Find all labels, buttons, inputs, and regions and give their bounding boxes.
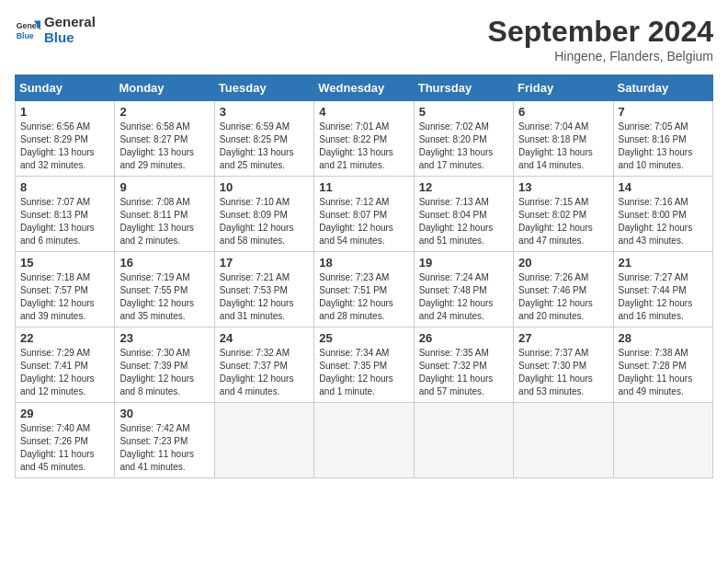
day-number: 19 — [419, 256, 508, 270]
day-info: Sunrise: 7:34 AM Sunset: 7:35 PM Dayligh… — [319, 347, 408, 398]
day-cell: 28Sunrise: 7:38 AM Sunset: 7:28 PM Dayli… — [613, 327, 712, 403]
day-number: 7 — [619, 105, 708, 119]
day-cell: 18Sunrise: 7:23 AM Sunset: 7:51 PM Dayli… — [314, 252, 414, 327]
day-info: Sunrise: 7:13 AM Sunset: 8:04 PM Dayligh… — [419, 196, 508, 247]
day-info: Sunrise: 6:58 AM Sunset: 8:27 PM Dayligh… — [119, 121, 209, 172]
day-info: Sunrise: 7:42 AM Sunset: 7:23 PM Dayligh… — [119, 422, 209, 474]
day-cell — [314, 403, 414, 478]
day-info: Sunrise: 7:38 AM Sunset: 7:28 PM Dayligh… — [619, 347, 708, 398]
logo-line2: Blue — [44, 30, 96, 46]
header-cell-saturday: Saturday — [613, 75, 712, 101]
day-cell: 24Sunrise: 7:32 AM Sunset: 7:37 PM Dayli… — [214, 327, 313, 403]
week-row-4: 22Sunrise: 7:29 AM Sunset: 7:41 PM Dayli… — [16, 327, 713, 403]
day-number: 23 — [119, 331, 209, 345]
week-row-5: 29Sunrise: 7:40 AM Sunset: 7:26 PM Dayli… — [16, 403, 713, 478]
day-number: 10 — [220, 180, 309, 194]
day-cell: 19Sunrise: 7:24 AM Sunset: 7:48 PM Dayli… — [414, 252, 513, 327]
day-number: 18 — [319, 256, 408, 270]
day-info: Sunrise: 7:04 AM Sunset: 8:18 PM Dayligh… — [518, 121, 608, 172]
day-number: 3 — [220, 105, 309, 119]
day-cell: 2Sunrise: 6:58 AM Sunset: 8:27 PM Daylig… — [115, 101, 214, 177]
day-cell — [214, 403, 313, 478]
day-cell: 20Sunrise: 7:26 AM Sunset: 7:46 PM Dayli… — [514, 252, 613, 327]
day-number: 21 — [619, 256, 708, 270]
header-cell-sunday: Sunday — [16, 75, 115, 101]
day-info: Sunrise: 7:32 AM Sunset: 7:37 PM Dayligh… — [220, 347, 309, 398]
day-info: Sunrise: 7:18 AM Sunset: 7:57 PM Dayligh… — [20, 271, 109, 323]
day-info: Sunrise: 7:21 AM Sunset: 7:53 PM Dayligh… — [220, 271, 309, 323]
day-number: 14 — [619, 180, 708, 194]
day-number: 22 — [20, 331, 109, 345]
day-number: 11 — [319, 180, 408, 194]
month-title: September 2024 — [488, 15, 713, 49]
day-number: 30 — [119, 407, 209, 420]
logo-icon: General Blue — [15, 17, 40, 43]
day-info: Sunrise: 7:16 AM Sunset: 8:00 PM Dayligh… — [619, 196, 708, 247]
header-cell-tuesday: Tuesday — [214, 75, 313, 101]
header-cell-monday: Monday — [115, 75, 214, 101]
header-cell-thursday: Thursday — [414, 75, 513, 101]
day-info: Sunrise: 7:40 AM Sunset: 7:26 PM Dayligh… — [20, 422, 109, 474]
day-number: 27 — [518, 331, 608, 345]
day-number: 20 — [518, 256, 608, 270]
day-cell — [613, 403, 712, 478]
day-cell: 11Sunrise: 7:12 AM Sunset: 8:07 PM Dayli… — [314, 177, 414, 252]
day-number: 5 — [419, 105, 508, 119]
day-info: Sunrise: 6:59 AM Sunset: 8:25 PM Dayligh… — [220, 121, 309, 172]
day-number: 13 — [518, 180, 608, 194]
logo: General Blue General Blue — [15, 15, 96, 45]
day-number: 9 — [119, 180, 209, 194]
day-number: 15 — [20, 256, 109, 270]
day-info: Sunrise: 7:12 AM Sunset: 8:07 PM Dayligh… — [319, 196, 408, 247]
day-cell — [414, 403, 513, 478]
day-info: Sunrise: 7:08 AM Sunset: 8:11 PM Dayligh… — [119, 196, 209, 247]
day-number: 29 — [20, 407, 109, 420]
day-cell: 25Sunrise: 7:34 AM Sunset: 7:35 PM Dayli… — [314, 327, 414, 403]
calendar-header-row: SundayMondayTuesdayWednesdayThursdayFrid… — [16, 75, 713, 101]
day-cell: 10Sunrise: 7:10 AM Sunset: 8:09 PM Dayli… — [214, 177, 313, 252]
day-number: 2 — [119, 105, 209, 119]
day-cell: 9Sunrise: 7:08 AM Sunset: 8:11 PM Daylig… — [115, 177, 214, 252]
day-number: 12 — [419, 180, 508, 194]
day-info: Sunrise: 7:19 AM Sunset: 7:55 PM Dayligh… — [119, 271, 209, 323]
week-row-2: 8Sunrise: 7:07 AM Sunset: 8:13 PM Daylig… — [16, 177, 713, 252]
day-cell: 12Sunrise: 7:13 AM Sunset: 8:04 PM Dayli… — [414, 177, 513, 252]
day-info: Sunrise: 7:30 AM Sunset: 7:39 PM Dayligh… — [119, 347, 209, 398]
calendar-body: 1Sunrise: 6:56 AM Sunset: 8:29 PM Daylig… — [16, 101, 713, 478]
logo-line1: General — [44, 15, 96, 30]
week-row-3: 15Sunrise: 7:18 AM Sunset: 7:57 PM Dayli… — [16, 252, 713, 327]
day-info: Sunrise: 7:29 AM Sunset: 7:41 PM Dayligh… — [20, 347, 109, 398]
svg-text:Blue: Blue — [17, 30, 34, 40]
day-cell: 27Sunrise: 7:37 AM Sunset: 7:30 PM Dayli… — [514, 327, 613, 403]
day-cell: 7Sunrise: 7:05 AM Sunset: 8:16 PM Daylig… — [613, 101, 712, 177]
day-info: Sunrise: 7:27 AM Sunset: 7:44 PM Dayligh… — [619, 271, 708, 323]
day-cell: 22Sunrise: 7:29 AM Sunset: 7:41 PM Dayli… — [16, 327, 115, 403]
title-area: September 2024 Hingene, Flanders, Belgiu… — [488, 15, 713, 63]
day-cell: 17Sunrise: 7:21 AM Sunset: 7:53 PM Dayli… — [214, 252, 313, 327]
day-info: Sunrise: 7:37 AM Sunset: 7:30 PM Dayligh… — [518, 347, 608, 398]
day-info: Sunrise: 7:05 AM Sunset: 8:16 PM Dayligh… — [619, 121, 708, 172]
day-info: Sunrise: 6:56 AM Sunset: 8:29 PM Dayligh… — [20, 121, 109, 172]
location-subtitle: Hingene, Flanders, Belgium — [488, 49, 713, 63]
day-cell: 30Sunrise: 7:42 AM Sunset: 7:23 PM Dayli… — [115, 403, 214, 478]
header-cell-friday: Friday — [514, 75, 613, 101]
day-cell: 23Sunrise: 7:30 AM Sunset: 7:39 PM Dayli… — [115, 327, 214, 403]
header-cell-wednesday: Wednesday — [314, 75, 414, 101]
day-number: 16 — [119, 256, 209, 270]
day-info: Sunrise: 7:01 AM Sunset: 8:22 PM Dayligh… — [319, 121, 408, 172]
day-cell: 29Sunrise: 7:40 AM Sunset: 7:26 PM Dayli… — [16, 403, 115, 478]
week-row-1: 1Sunrise: 6:56 AM Sunset: 8:29 PM Daylig… — [16, 101, 713, 177]
day-number: 17 — [220, 256, 309, 270]
day-info: Sunrise: 7:07 AM Sunset: 8:13 PM Dayligh… — [20, 196, 109, 247]
day-cell: 8Sunrise: 7:07 AM Sunset: 8:13 PM Daylig… — [16, 177, 115, 252]
day-number: 25 — [319, 331, 408, 345]
day-info: Sunrise: 7:23 AM Sunset: 7:51 PM Dayligh… — [319, 271, 408, 323]
calendar-table: SundayMondayTuesdayWednesdayThursdayFrid… — [15, 75, 713, 478]
day-info: Sunrise: 7:10 AM Sunset: 8:09 PM Dayligh… — [220, 196, 309, 247]
day-info: Sunrise: 7:26 AM Sunset: 7:46 PM Dayligh… — [518, 271, 608, 323]
day-cell: 16Sunrise: 7:19 AM Sunset: 7:55 PM Dayli… — [115, 252, 214, 327]
day-number: 26 — [419, 331, 508, 345]
day-cell: 6Sunrise: 7:04 AM Sunset: 8:18 PM Daylig… — [514, 101, 613, 177]
day-number: 8 — [20, 180, 109, 194]
day-cell: 26Sunrise: 7:35 AM Sunset: 7:32 PM Dayli… — [414, 327, 513, 403]
